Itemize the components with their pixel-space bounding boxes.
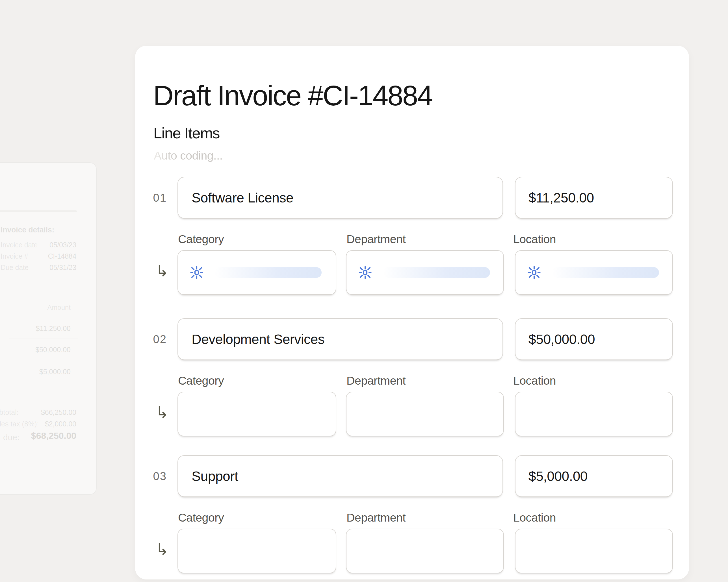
invoice-date-label: Invoice date: [1, 241, 37, 249]
location-field[interactable]: [515, 529, 673, 573]
category-label: Category: [178, 233, 224, 246]
invoice-details-heading: Invoice details:: [1, 226, 54, 234]
line-number: 01: [151, 191, 167, 204]
page-title: Draft Invoice #CI-14884: [153, 81, 432, 110]
letterhead-placeholder: [0, 211, 77, 212]
subtotal-label: Subtotal:: [0, 408, 19, 417]
line-item-row-1: 01 Category Department Location ↳: [135, 177, 689, 295]
description-input[interactable]: [178, 177, 503, 219]
amount-input[interactable]: [515, 177, 673, 219]
subitem-arrow-icon: ↳: [155, 542, 169, 557]
department-field[interactable]: [346, 392, 504, 436]
preview-amount-1: $11,250.00: [36, 325, 71, 333]
category-field[interactable]: [178, 529, 336, 573]
auto-coding-status: Auto coding...: [154, 149, 223, 162]
sales-tax-value: $2,000.00: [45, 420, 76, 428]
category-label: Category: [178, 374, 224, 387]
preview-amount-3: $5,000.00: [39, 368, 71, 376]
department-field[interactable]: [346, 529, 504, 573]
category-field[interactable]: [178, 250, 336, 295]
department-field[interactable]: [346, 250, 504, 295]
line-item-row-2: 02 Category Department Location ↳: [135, 318, 689, 437]
invoice-date-value: 05/03/23: [49, 241, 76, 249]
department-label: Department: [346, 233, 406, 246]
source-invoice-preview: Invoice details: Invoice date 05/03/23 I…: [0, 162, 97, 495]
description-input[interactable]: [178, 318, 503, 360]
subitem-arrow-icon: ↳: [155, 263, 169, 279]
preview-amount-2: $50,000.00: [35, 345, 71, 354]
location-field[interactable]: [515, 392, 673, 436]
location-label: Location: [513, 233, 556, 246]
category-field[interactable]: [178, 392, 336, 436]
department-label: Department: [346, 511, 406, 524]
due-date-value: 05/31/23: [49, 264, 76, 272]
sparkle-icon: [527, 266, 541, 279]
subitem-arrow-icon: ↳: [155, 405, 169, 420]
draft-invoice-card: Draft Invoice #CI-14884 Line Items Auto …: [135, 46, 689, 579]
subtotal-value: $66,250.00: [41, 408, 76, 417]
sparkle-icon: [358, 266, 372, 279]
sparkle-icon: [190, 266, 204, 279]
preview-row-divider: [9, 339, 78, 339]
location-label: Location: [513, 374, 556, 387]
loading-shimmer: [383, 267, 490, 278]
loading-shimmer: [552, 267, 659, 278]
sales-tax-label: sales tax (8%):: [0, 420, 39, 428]
invoice-number-label: Invoice #: [1, 252, 28, 260]
total-due-label: total due:: [0, 433, 20, 442]
invoice-number-value: CI-14884: [48, 252, 76, 260]
amount-input[interactable]: [515, 455, 673, 497]
location-label: Location: [513, 511, 556, 524]
due-date-label: Due date: [1, 264, 29, 272]
line-items-heading: Line Items: [153, 126, 219, 141]
line-item-row-3: 03 Category Department Location ↳: [135, 455, 689, 574]
description-input[interactable]: [178, 455, 503, 497]
department-label: Department: [346, 374, 406, 387]
loading-shimmer: [215, 267, 321, 278]
location-field[interactable]: [515, 250, 673, 295]
line-number: 02: [151, 333, 167, 345]
invoice-processing-screen: Invoice details: Invoice date 05/03/23 I…: [0, 0, 728, 582]
total-due-value: $68,250.00: [31, 431, 76, 441]
category-label: Category: [178, 511, 224, 524]
amount-column-header: Amount: [47, 304, 71, 311]
amount-input[interactable]: [515, 318, 673, 360]
line-number: 03: [151, 470, 167, 482]
